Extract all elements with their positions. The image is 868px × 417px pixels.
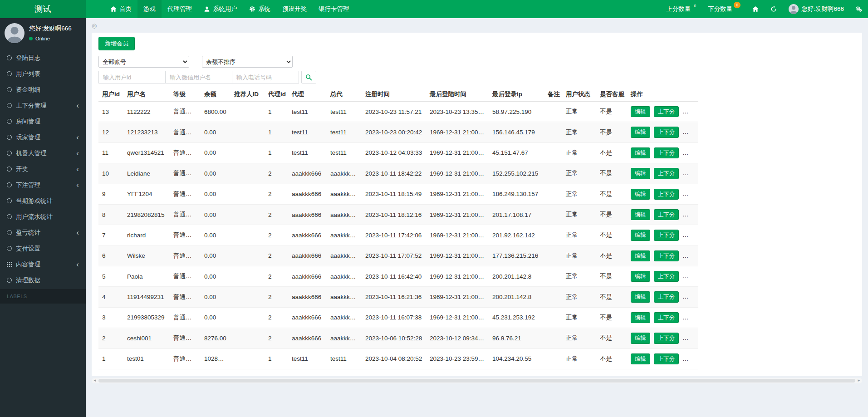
edit-button[interactable]: 编辑 xyxy=(631,353,650,364)
user-menu[interactable]: 您好:发财啊666 xyxy=(783,0,850,18)
panel-toggle-icon[interactable]: ◎ xyxy=(92,22,100,30)
settings-button[interactable] xyxy=(850,0,868,18)
detail-button[interactable]: 明细 xyxy=(682,250,698,261)
updown-score-button[interactable]: 上下分 xyxy=(654,209,679,220)
updown-score-button[interactable]: 上下分 xyxy=(654,230,679,240)
down-score-counter[interactable]: 下分数量0 xyxy=(702,0,746,18)
edit-button[interactable]: 编辑 xyxy=(631,291,650,302)
cell-general-agent: aaakkk666 xyxy=(327,287,362,307)
cell-agent: aaakkk666 xyxy=(288,225,327,245)
col-level: 等级 xyxy=(170,88,201,102)
detail-button[interactable]: 明细 xyxy=(682,189,698,200)
sidebar-item-13[interactable]: 支付设置 xyxy=(0,240,86,256)
sidebar-item-3[interactable]: 资金明细 xyxy=(0,82,86,98)
table-row: 5 Paola 普通会员 0.00 2 aaakkk666 aaakkk666 … xyxy=(98,266,698,287)
edit-button[interactable]: 编辑 xyxy=(631,312,650,323)
sidebar-toggle-button[interactable] xyxy=(86,0,104,18)
edit-button[interactable]: 编辑 xyxy=(631,106,650,117)
nav-item-games[interactable]: 游戏 xyxy=(137,0,162,18)
updown-score-button[interactable]: 上下分 xyxy=(654,147,679,158)
sidebar-item-5[interactable]: 房间管理 xyxy=(0,113,86,129)
detail-button[interactable]: 明细 xyxy=(682,291,698,302)
edit-button[interactable]: 编辑 xyxy=(631,333,650,343)
cell-actions: 编辑 上下分 明细 xyxy=(627,184,698,204)
brand-logo[interactable]: 测试 xyxy=(0,0,86,18)
sidebar-item-10[interactable]: 当期游戏统计 xyxy=(0,193,86,209)
sidebar-item-2[interactable]: 用户列表 xyxy=(0,66,86,82)
sidebar-item-8[interactable]: 开奖 ‹ xyxy=(0,161,86,177)
home-icon xyxy=(110,6,117,12)
updown-score-button[interactable]: 上下分 xyxy=(654,168,679,179)
add-member-button[interactable]: 新增会员 xyxy=(98,37,135,50)
updown-score-button[interactable]: 上下分 xyxy=(654,189,679,200)
scroll-left-arrow[interactable]: ◄ xyxy=(92,378,98,383)
edit-button[interactable]: 编辑 xyxy=(631,230,650,240)
cell-user-status: 正常 xyxy=(562,348,596,369)
detail-button[interactable]: 明细 xyxy=(682,333,698,343)
refresh-icon xyxy=(770,6,777,12)
sidebar-item-label: 当期游戏统计 xyxy=(16,197,79,205)
sidebar-item-14[interactable]: 内容管理 ‹ xyxy=(0,256,86,272)
sidebar-item-4[interactable]: 上下分管理 ‹ xyxy=(0,98,86,113)
cell-balance: 0.00 xyxy=(201,163,230,184)
col-actions: 操作 xyxy=(627,88,698,102)
edit-button[interactable]: 编辑 xyxy=(631,127,650,137)
cell-last-login-time: 1969-12-31 21:00:00 xyxy=(426,204,489,225)
nav-item-bank-cards[interactable]: 银行卡管理 xyxy=(313,0,355,18)
sidebar-item-1[interactable]: 登陆日志 xyxy=(0,50,86,66)
scrollbar-thumb[interactable] xyxy=(98,379,855,383)
account-filter-select[interactable]: 全部账号 xyxy=(98,56,189,68)
nav-item-system[interactable]: 系统 xyxy=(243,0,276,18)
up-score-counter[interactable]: 上分数量0 xyxy=(660,0,702,18)
edit-button[interactable]: 编辑 xyxy=(631,147,650,158)
edit-button[interactable]: 编辑 xyxy=(631,189,650,200)
detail-button[interactable]: 明细 xyxy=(682,353,698,364)
sidebar-item-label: 用户流水统计 xyxy=(16,213,79,221)
table-row: 12 121233213 普通会员 0.00 1 test11 test11 2… xyxy=(98,122,698,142)
scroll-right-arrow[interactable]: ► xyxy=(856,378,862,383)
detail-button[interactable]: 明细 xyxy=(682,312,698,323)
edit-button[interactable]: 编辑 xyxy=(631,271,650,282)
sidebar-item-11[interactable]: 用户流水统计 xyxy=(0,209,86,225)
updown-score-button[interactable]: 上下分 xyxy=(654,291,679,302)
updown-score-button[interactable]: 上下分 xyxy=(654,106,679,117)
updown-score-button[interactable]: 上下分 xyxy=(654,271,679,282)
nav-item-system-users[interactable]: 系统用户 xyxy=(198,0,243,18)
detail-button[interactable]: 明细 xyxy=(682,127,698,137)
online-status[interactable]: Online xyxy=(29,36,72,41)
detail-button[interactable]: 明细 xyxy=(682,106,698,117)
wechat-name-input[interactable] xyxy=(165,71,232,83)
updown-score-button[interactable]: 上下分 xyxy=(654,333,679,343)
cell-balance: 0.00 xyxy=(201,245,230,266)
edit-button[interactable]: 编辑 xyxy=(631,250,650,261)
updown-score-button[interactable]: 上下分 xyxy=(654,250,679,261)
edit-button[interactable]: 编辑 xyxy=(631,168,650,179)
navbar-home-button[interactable] xyxy=(746,0,765,18)
cell-balance: 0.00 xyxy=(201,225,230,245)
user-id-input[interactable] xyxy=(98,71,166,83)
search-button[interactable] xyxy=(301,71,316,83)
sidebar-item-9[interactable]: 下注管理 ‹ xyxy=(0,177,86,193)
balance-sort-select[interactable]: 余额不排序 xyxy=(202,56,293,68)
horizontal-scrollbar[interactable]: ◄ ► xyxy=(92,378,862,383)
detail-button[interactable]: 明细 xyxy=(682,147,698,158)
phone-input[interactable] xyxy=(232,71,299,83)
detail-button[interactable]: 明细 xyxy=(682,230,698,240)
detail-button[interactable]: 明细 xyxy=(682,271,698,282)
updown-score-button[interactable]: 上下分 xyxy=(654,312,679,323)
cell-user-id: 10 xyxy=(98,163,123,184)
sidebar-item-7[interactable]: 机器人管理 ‹ xyxy=(0,145,86,161)
detail-button[interactable]: 明细 xyxy=(682,168,698,179)
sidebar-item-12[interactable]: 盈亏统计 ‹ xyxy=(0,225,86,240)
sidebar-item-15[interactable]: 清理数据 xyxy=(0,272,86,288)
edit-button[interactable]: 编辑 xyxy=(631,209,650,220)
sidebar-item-6[interactable]: 玩家管理 ‹ xyxy=(0,129,86,145)
cell-is-cs: 不是 xyxy=(596,122,627,142)
nav-item-home[interactable]: 首页 xyxy=(104,0,137,18)
nav-item-agent-management[interactable]: 代理管理 xyxy=(162,0,198,18)
updown-score-button[interactable]: 上下分 xyxy=(654,127,679,137)
detail-button[interactable]: 明细 xyxy=(682,209,698,220)
updown-score-button[interactable]: 上下分 xyxy=(654,353,679,364)
nav-item-preset-draw[interactable]: 预设开奖 xyxy=(276,0,313,18)
refresh-button[interactable] xyxy=(765,0,783,18)
